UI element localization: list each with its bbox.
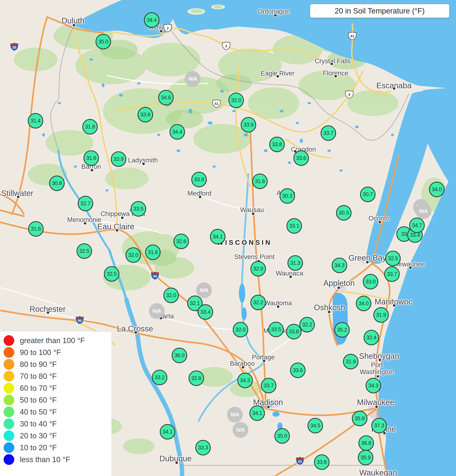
station-marker[interactable]: 33.5 [131, 201, 146, 217]
station-marker[interactable]: 34.0 [429, 182, 445, 197]
legend-item: 50 to 60 °F [4, 395, 111, 405]
station-marker[interactable]: 32.0 [233, 322, 248, 337]
station-marker[interactable]: 33.7 [384, 266, 400, 282]
station-marker[interactable]: 33.9 [111, 151, 126, 167]
legend-swatch [4, 347, 14, 358]
station-marker-na[interactable]: N/A [416, 203, 431, 219]
station-marker[interactable]: 31.8 [82, 119, 98, 135]
station-marker[interactable]: 36.8 [358, 435, 374, 451]
map-title: 20 in Soil Temperature (°F) [335, 7, 425, 15]
station-marker[interactable]: 34.4 [169, 124, 185, 140]
station-marker[interactable]: 36.0 [172, 348, 187, 363]
station-marker[interactable]: 33.7 [321, 125, 336, 141]
station-marker[interactable]: 32.5 [104, 266, 119, 282]
station-marker[interactable]: 33.0 [363, 274, 378, 289]
station-marker[interactable]: 31.6 [28, 221, 44, 237]
station-marker[interactable]: 33.5 [268, 322, 284, 337]
legend-swatch [4, 383, 14, 393]
station-marker[interactable]: 33.9 [191, 172, 207, 187]
station-marker[interactable]: 32.5 [76, 243, 92, 259]
station-marker-na[interactable]: N/A [185, 71, 201, 86]
legend-label: 10 to 20 °F [20, 443, 57, 452]
station-marker[interactable]: 34.0 [356, 296, 371, 311]
legend-panel: greater than 100 °F90 to 100 °F80 to 90 … [0, 332, 111, 476]
legend-label: 70 to 80 °F [20, 372, 57, 381]
station-marker[interactable]: 32.0 [228, 93, 244, 108]
legend-item: 20 to 30 °F [4, 430, 111, 441]
station-marker[interactable]: 30.3 [279, 188, 295, 204]
station-marker[interactable]: 33.9 [241, 117, 256, 133]
station-marker[interactable]: 33.8 [269, 137, 285, 152]
station-marker[interactable]: 32.6 [189, 371, 204, 386]
station-marker[interactable]: 34.4 [144, 12, 159, 28]
legend-label: greater than 100 °F [20, 336, 85, 345]
station-marker[interactable]: 32.2 [250, 295, 266, 310]
station-marker[interactable]: 32.0 [126, 247, 141, 263]
station-marker[interactable]: 35.0 [274, 428, 290, 444]
legend-item: 60 to 70 °F [4, 383, 111, 393]
legend-swatch [4, 442, 14, 453]
station-marker[interactable]: 34.7 [409, 218, 425, 233]
map-canvas[interactable]: DuluthAshlandOntonagonCrystal FallsFlore… [0, 0, 456, 476]
station-marker[interactable]: 32.0 [163, 288, 179, 303]
legend-swatch [4, 454, 14, 465]
station-marker[interactable]: 31.6 [84, 150, 99, 166]
station-marker[interactable]: 33.7 [261, 378, 276, 393]
station-marker[interactable]: 34.3 [366, 378, 381, 393]
legend-item: 40 to 50 °F [4, 407, 111, 417]
station-marker[interactable]: 33.3 [195, 440, 211, 455]
station-marker[interactable]: 32.4 [364, 330, 379, 345]
legend-swatch [4, 430, 14, 441]
legend-label: less than 10 °F [20, 455, 70, 464]
legend-swatch [4, 407, 14, 417]
station-marker[interactable]: 33.6 [138, 107, 153, 122]
station-marker[interactable]: 33.6 [293, 150, 309, 166]
station-marker[interactable]: 32.6 [173, 234, 189, 249]
station-marker-na[interactable]: N/A [227, 407, 243, 422]
legend-label: 60 to 70 °F [20, 384, 57, 392]
station-marker[interactable]: 31.9 [343, 354, 358, 369]
station-marker[interactable]: 35.8 [352, 411, 367, 426]
station-marker[interactable]: 31.9 [373, 307, 389, 323]
legend-label: 30 to 40 °F [20, 420, 57, 428]
station-marker[interactable]: 33.2 [152, 370, 167, 385]
station-marker[interactable]: 30.3 [336, 205, 352, 221]
station-marker[interactable]: 34.3 [332, 258, 347, 273]
station-marker[interactable]: 32.7 [78, 196, 93, 211]
station-marker[interactable]: 33.6 [314, 454, 329, 470]
legend-item: 10 to 20 °F [4, 442, 111, 453]
station-marker[interactable]: 37.3 [371, 418, 387, 433]
station-marker[interactable]: 33.8 [286, 324, 302, 339]
station-marker[interactable]: 32.5 [385, 251, 401, 266]
station-marker-na[interactable]: N/A [233, 422, 248, 438]
station-marker[interactable]: 34.6 [158, 90, 174, 105]
station-marker[interactable]: 30.8 [49, 176, 65, 191]
station-marker[interactable]: 33.1 [287, 218, 302, 234]
station-marker[interactable]: 34.3 [237, 373, 253, 388]
legend-item: 90 to 100 °F [4, 347, 111, 358]
station-marker[interactable]: 31.6 [145, 245, 160, 260]
station-marker[interactable]: 32.0 [250, 261, 266, 276]
legend-label: 40 to 50 °F [20, 408, 57, 416]
station-marker[interactable]: 34.1 [210, 229, 225, 244]
station-marker[interactable]: 31.4 [28, 113, 43, 128]
station-marker[interactable]: 35.0 [96, 34, 111, 49]
station-marker[interactable]: 35.2 [334, 322, 350, 338]
station-marker[interactable]: 33.4 [198, 304, 213, 320]
legend-swatch [4, 335, 14, 346]
station-marker[interactable]: 34.1 [249, 405, 265, 421]
station-marker[interactable]: 35.9 [358, 450, 373, 465]
map-title-box: 20 in Soil Temperature (°F) [310, 4, 449, 18]
legend-label: 50 to 60 °F [20, 396, 57, 404]
station-marker[interactable]: 34.1 [160, 424, 175, 440]
station-marker[interactable]: 32.2 [299, 317, 315, 332]
station-marker[interactable]: 31.6 [252, 174, 268, 189]
station-marker-na[interactable]: N/A [149, 303, 165, 319]
station-marker[interactable]: 30.7 [360, 187, 375, 202]
legend-swatch [4, 395, 14, 405]
station-marker[interactable]: 34.5 [307, 418, 323, 433]
legend-item: greater than 100 °F [4, 335, 111, 346]
station-marker[interactable]: 31.3 [287, 255, 303, 271]
station-marker[interactable]: 33.6 [290, 363, 305, 378]
station-marker-na[interactable]: N/A [196, 282, 212, 298]
